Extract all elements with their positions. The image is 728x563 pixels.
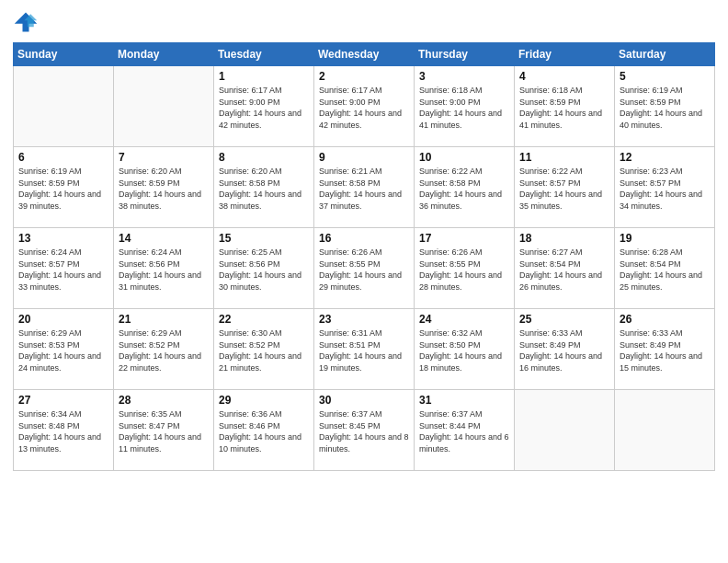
- day-detail: Sunrise: 6:34 AM Sunset: 8:48 PM Dayligh…: [18, 408, 108, 454]
- calendar-cell: [515, 390, 615, 471]
- day-detail: Sunrise: 6:32 AM Sunset: 8:50 PM Dayligh…: [419, 327, 509, 373]
- calendar-cell: 1Sunrise: 6:17 AM Sunset: 9:00 PM Daylig…: [214, 66, 314, 147]
- day-detail: Sunrise: 6:35 AM Sunset: 8:47 PM Dayligh…: [119, 408, 209, 454]
- day-number: 22: [219, 313, 309, 326]
- day-number: 20: [18, 313, 108, 326]
- day-detail: Sunrise: 6:29 AM Sunset: 8:52 PM Dayligh…: [119, 327, 209, 373]
- calendar-cell: 20Sunrise: 6:29 AM Sunset: 8:53 PM Dayli…: [14, 309, 114, 390]
- logo: [13, 9, 42, 35]
- calendar-cell: 15Sunrise: 6:25 AM Sunset: 8:56 PM Dayli…: [214, 228, 314, 309]
- calendar-cell: 6Sunrise: 6:19 AM Sunset: 8:59 PM Daylig…: [14, 147, 114, 228]
- calendar-cell: [114, 66, 214, 147]
- calendar-cell: 8Sunrise: 6:20 AM Sunset: 8:58 PM Daylig…: [214, 147, 314, 228]
- day-detail: Sunrise: 6:25 AM Sunset: 8:56 PM Dayligh…: [219, 247, 309, 293]
- day-detail: Sunrise: 6:22 AM Sunset: 8:57 PM Dayligh…: [519, 166, 609, 212]
- calendar-cell: 10Sunrise: 6:22 AM Sunset: 8:58 PM Dayli…: [415, 147, 515, 228]
- day-detail: Sunrise: 6:19 AM Sunset: 8:59 PM Dayligh…: [620, 85, 710, 131]
- weekday-header-friday: Friday: [515, 43, 615, 66]
- day-number: 25: [519, 313, 609, 326]
- day-number: 6: [18, 151, 108, 164]
- calendar-cell: 23Sunrise: 6:31 AM Sunset: 8:51 PM Dayli…: [314, 309, 415, 390]
- day-detail: Sunrise: 6:20 AM Sunset: 8:58 PM Dayligh…: [219, 166, 309, 212]
- calendar-table: SundayMondayTuesdayWednesdayThursdayFrid…: [13, 42, 715, 471]
- calendar-cell: 26Sunrise: 6:33 AM Sunset: 8:49 PM Dayli…: [615, 309, 715, 390]
- calendar-cell: 28Sunrise: 6:35 AM Sunset: 8:47 PM Dayli…: [114, 390, 214, 471]
- day-number: 1: [219, 70, 309, 83]
- calendar-cell: 22Sunrise: 6:30 AM Sunset: 8:52 PM Dayli…: [214, 309, 314, 390]
- day-detail: Sunrise: 6:33 AM Sunset: 8:49 PM Dayligh…: [519, 327, 609, 373]
- day-detail: Sunrise: 6:17 AM Sunset: 9:00 PM Dayligh…: [219, 85, 309, 131]
- day-number: 24: [419, 313, 509, 326]
- day-number: 26: [620, 313, 710, 326]
- day-detail: Sunrise: 6:26 AM Sunset: 8:55 PM Dayligh…: [419, 247, 509, 293]
- page-container: SundayMondayTuesdayWednesdayThursdayFrid…: [0, 0, 728, 563]
- calendar-cell: 16Sunrise: 6:26 AM Sunset: 8:55 PM Dayli…: [314, 228, 415, 309]
- day-detail: Sunrise: 6:24 AM Sunset: 8:57 PM Dayligh…: [18, 247, 108, 293]
- day-detail: Sunrise: 6:30 AM Sunset: 8:52 PM Dayligh…: [219, 327, 309, 373]
- day-detail: Sunrise: 6:29 AM Sunset: 8:53 PM Dayligh…: [18, 327, 108, 373]
- day-detail: Sunrise: 6:21 AM Sunset: 8:58 PM Dayligh…: [319, 166, 409, 212]
- calendar-cell: 2Sunrise: 6:17 AM Sunset: 9:00 PM Daylig…: [314, 66, 415, 147]
- day-number: 16: [319, 232, 409, 245]
- calendar-cell: 30Sunrise: 6:37 AM Sunset: 8:45 PM Dayli…: [314, 390, 415, 471]
- calendar-cell: 7Sunrise: 6:20 AM Sunset: 8:59 PM Daylig…: [114, 147, 214, 228]
- day-number: 10: [419, 151, 509, 164]
- day-detail: Sunrise: 6:31 AM Sunset: 8:51 PM Dayligh…: [319, 327, 409, 373]
- calendar-cell: [14, 66, 114, 147]
- day-detail: Sunrise: 6:22 AM Sunset: 8:58 PM Dayligh…: [419, 166, 509, 212]
- calendar-cell: 4Sunrise: 6:18 AM Sunset: 8:59 PM Daylig…: [515, 66, 615, 147]
- weekday-header-monday: Monday: [114, 43, 214, 66]
- day-detail: Sunrise: 6:17 AM Sunset: 9:00 PM Dayligh…: [319, 85, 409, 131]
- calendar-cell: 29Sunrise: 6:36 AM Sunset: 8:46 PM Dayli…: [214, 390, 314, 471]
- calendar-cell: 24Sunrise: 6:32 AM Sunset: 8:50 PM Dayli…: [415, 309, 515, 390]
- calendar-cell: 19Sunrise: 6:28 AM Sunset: 8:54 PM Dayli…: [615, 228, 715, 309]
- day-detail: Sunrise: 6:37 AM Sunset: 8:44 PM Dayligh…: [419, 408, 509, 454]
- day-number: 15: [219, 232, 309, 245]
- calendar-cell: 17Sunrise: 6:26 AM Sunset: 8:55 PM Dayli…: [415, 228, 515, 309]
- calendar-cell: 13Sunrise: 6:24 AM Sunset: 8:57 PM Dayli…: [14, 228, 114, 309]
- day-number: 3: [419, 70, 509, 83]
- day-detail: Sunrise: 6:33 AM Sunset: 8:49 PM Dayligh…: [620, 327, 710, 373]
- day-number: 19: [620, 232, 710, 245]
- day-number: 11: [519, 151, 609, 164]
- day-number: 5: [620, 70, 710, 83]
- calendar-cell: 11Sunrise: 6:22 AM Sunset: 8:57 PM Dayli…: [515, 147, 615, 228]
- day-number: 13: [18, 232, 108, 245]
- day-number: 12: [620, 151, 710, 164]
- day-number: 31: [419, 394, 509, 407]
- day-number: 28: [119, 394, 209, 407]
- weekday-header-thursday: Thursday: [415, 43, 515, 66]
- calendar-cell: 14Sunrise: 6:24 AM Sunset: 8:56 PM Dayli…: [114, 228, 214, 309]
- day-number: 23: [319, 313, 409, 326]
- day-number: 7: [119, 151, 209, 164]
- calendar-cell: 9Sunrise: 6:21 AM Sunset: 8:58 PM Daylig…: [314, 147, 415, 228]
- weekday-header-tuesday: Tuesday: [214, 43, 314, 66]
- day-number: 27: [18, 394, 108, 407]
- day-detail: Sunrise: 6:28 AM Sunset: 8:54 PM Dayligh…: [620, 247, 710, 293]
- calendar-cell: 12Sunrise: 6:23 AM Sunset: 8:57 PM Dayli…: [615, 147, 715, 228]
- calendar-cell: 5Sunrise: 6:19 AM Sunset: 8:59 PM Daylig…: [615, 66, 715, 147]
- day-detail: Sunrise: 6:18 AM Sunset: 8:59 PM Dayligh…: [519, 85, 609, 131]
- calendar-cell: 27Sunrise: 6:34 AM Sunset: 8:48 PM Dayli…: [14, 390, 114, 471]
- day-detail: Sunrise: 6:18 AM Sunset: 9:00 PM Dayligh…: [419, 85, 509, 131]
- day-number: 17: [419, 232, 509, 245]
- day-number: 8: [219, 151, 309, 164]
- day-number: 30: [319, 394, 409, 407]
- day-number: 2: [319, 70, 409, 83]
- day-number: 21: [119, 313, 209, 326]
- day-number: 9: [319, 151, 409, 164]
- calendar-cell: 3Sunrise: 6:18 AM Sunset: 9:00 PM Daylig…: [415, 66, 515, 147]
- day-number: 14: [119, 232, 209, 245]
- header: [13, 9, 715, 35]
- day-number: 4: [519, 70, 609, 83]
- calendar-cell: 25Sunrise: 6:33 AM Sunset: 8:49 PM Dayli…: [515, 309, 615, 390]
- day-detail: Sunrise: 6:27 AM Sunset: 8:54 PM Dayligh…: [519, 247, 609, 293]
- weekday-header-saturday: Saturday: [615, 43, 715, 66]
- day-detail: Sunrise: 6:20 AM Sunset: 8:59 PM Dayligh…: [119, 166, 209, 212]
- weekday-header-wednesday: Wednesday: [314, 43, 415, 66]
- day-detail: Sunrise: 6:24 AM Sunset: 8:56 PM Dayligh…: [119, 247, 209, 293]
- day-number: 29: [219, 394, 309, 407]
- day-detail: Sunrise: 6:26 AM Sunset: 8:55 PM Dayligh…: [319, 247, 409, 293]
- calendar-cell: [615, 390, 715, 471]
- calendar-cell: 31Sunrise: 6:37 AM Sunset: 8:44 PM Dayli…: [415, 390, 515, 471]
